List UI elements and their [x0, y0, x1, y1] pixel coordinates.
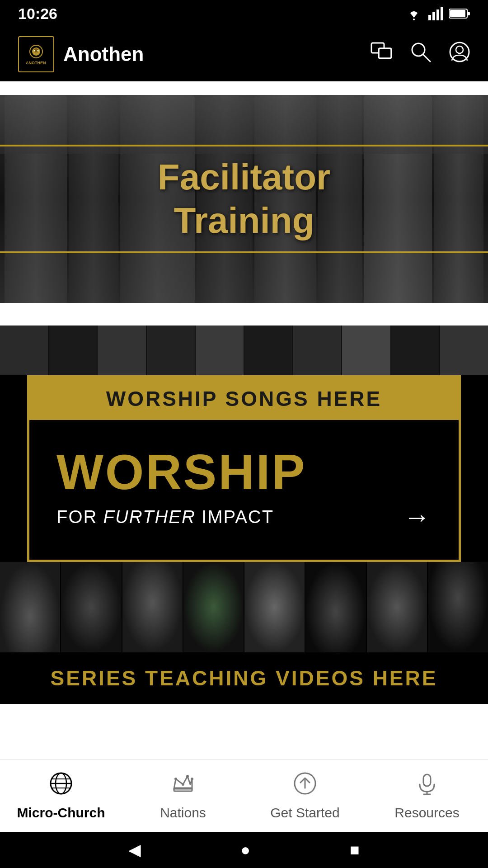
worship-songs-label: WORSHIP SONGS HERE — [106, 387, 382, 410]
svg-rect-3 — [441, 7, 443, 20]
globe-svg — [49, 772, 73, 795]
micro-church-icon — [49, 772, 73, 801]
svg-rect-2 — [436, 9, 439, 20]
nav-item-micro-church[interactable]: Micro-Church — [0, 772, 122, 821]
resources-label: Resources — [394, 805, 459, 821]
worship-inner-box[interactable]: WORSHIP FOR FURTHER IMPACT → — [29, 420, 459, 560]
nations-label: Nations — [160, 805, 206, 821]
lion-icon: ANOTHEN — [24, 42, 49, 66]
app-header: ANOTHEN Anothen — [0, 27, 488, 81]
signal-icon — [428, 7, 444, 20]
recents-button[interactable]: ■ — [350, 840, 360, 859]
top-faces-row — [0, 326, 488, 375]
gold-border-top — [0, 145, 488, 146]
crown-svg — [171, 772, 195, 795]
status-icons — [405, 7, 470, 20]
microphone-svg — [415, 772, 439, 795]
series-banner: SERIES TEACHING VIDEOS HERE — [0, 652, 488, 704]
get-started-label: Get Started — [270, 805, 339, 821]
svg-rect-0 — [428, 15, 431, 20]
gold-border-bottom — [0, 251, 488, 253]
status-bar: 10:26 — [0, 0, 488, 27]
svg-rect-14 — [379, 48, 391, 58]
micro-church-label: Micro-Church — [17, 805, 105, 821]
time-display: 10:26 — [18, 5, 57, 23]
facilitator-bg: Facilitator Training — [0, 95, 488, 303]
header-icons — [371, 42, 470, 67]
nav-item-get-started[interactable]: Get Started — [244, 772, 366, 821]
main-content: Facilitator Training — [0, 81, 488, 760]
svg-rect-32 — [423, 774, 431, 786]
series-label: SERIES TEACHING VIDEOS HERE — [51, 666, 438, 690]
resources-icon — [415, 772, 439, 801]
facilitator-section[interactable]: Facilitator Training — [0, 95, 488, 303]
worship-arrow[interactable]: → — [404, 501, 432, 533]
svg-rect-5 — [450, 10, 465, 17]
worship-gold-frame[interactable]: WORSHIP SONGS HERE WORSHIP FOR FURTHER I… — [27, 375, 461, 562]
svg-rect-6 — [468, 12, 470, 15]
worship-subtitle-text: FOR FURTHER IMPACT — [56, 507, 274, 527]
app-title: Anothen — [63, 43, 144, 66]
top-faces-grid — [0, 326, 488, 375]
worship-subtitle: FOR FURTHER IMPACT → — [56, 501, 432, 533]
wifi-icon — [405, 7, 423, 20]
facilitator-text: Facilitator Training — [158, 156, 330, 242]
bottom-nav: Micro-Church Nations Get Started — [0, 760, 488, 832]
svg-point-26 — [174, 778, 177, 780]
svg-text:ANOTHEN: ANOTHEN — [26, 61, 46, 65]
nav-item-resources[interactable]: Resources — [366, 772, 488, 821]
battery-icon — [449, 8, 470, 19]
svg-point-10 — [33, 50, 35, 52]
svg-point-29 — [191, 778, 193, 780]
home-button[interactable]: ● — [240, 840, 250, 859]
svg-point-28 — [186, 775, 189, 778]
back-button[interactable]: ◀ — [128, 840, 141, 859]
nations-icon — [171, 772, 195, 801]
bottom-faces-row — [0, 562, 488, 652]
worship-songs-section: WORSHIP SONGS HERE WORSHIP FOR FURTHER I… — [0, 326, 488, 704]
android-nav-bar: ◀ ● ■ — [0, 832, 488, 868]
get-started-icon — [293, 772, 317, 801]
logo-area: ANOTHEN Anothen — [18, 36, 371, 72]
svg-point-27 — [182, 783, 184, 786]
svg-point-11 — [37, 50, 38, 52]
facilitator-title-line1: Facilitator — [158, 156, 330, 199]
svg-point-19 — [456, 46, 463, 53]
chat-svg — [371, 42, 392, 62]
upload-circle-svg — [293, 772, 317, 795]
profile-icon[interactable] — [449, 42, 470, 67]
search-svg — [410, 42, 431, 62]
white-spacer — [0, 303, 488, 326]
profile-svg — [449, 42, 470, 62]
chat-icon[interactable] — [371, 42, 392, 66]
svg-line-17 — [423, 54, 430, 61]
top-spacer — [0, 81, 488, 95]
nav-item-nations[interactable]: Nations — [122, 772, 244, 821]
worship-main-title: WORSHIP — [56, 447, 432, 497]
search-icon[interactable] — [410, 42, 431, 67]
worship-songs-banner: WORSHIP SONGS HERE — [29, 377, 459, 420]
facilitator-title-line2: Training — [158, 199, 330, 242]
svg-rect-1 — [432, 12, 435, 20]
app-logo: ANOTHEN — [18, 36, 54, 72]
